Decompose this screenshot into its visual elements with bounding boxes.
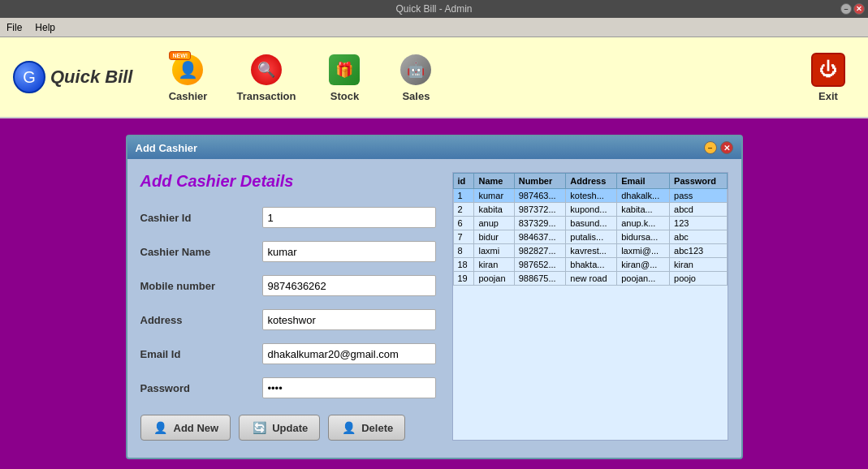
menu-help[interactable]: Help (35, 22, 55, 33)
dialog-title: Add Cashier (136, 142, 198, 154)
title-bar: Quick Bill - Admin – ✕ (0, 0, 868, 18)
cell-name: poojan (474, 272, 514, 286)
dialog-controls: – ✕ (704, 141, 733, 154)
exit-label: Exit (818, 90, 838, 102)
nav-sales-button[interactable]: 🤖 Sales (383, 49, 448, 105)
password-label: Password (140, 382, 254, 394)
table-row[interactable]: 19poojan988675...new roadpoojan...poojo (453, 272, 727, 286)
mobile-row: Mobile number (140, 275, 436, 296)
cell-name: kumar (474, 189, 514, 203)
app-logo-icon: G (13, 61, 45, 93)
cell-address: putalis... (566, 230, 617, 244)
cell-password: pass (670, 189, 727, 203)
dialog-title-bar: Add Cashier – ✕ (127, 136, 741, 159)
table-header-row: id Name Number Address Email Password (453, 174, 727, 189)
title-bar-controls: – ✕ (840, 3, 865, 15)
app-logo: G Quick Bill (13, 61, 132, 93)
form-buttons: 👤 Add New 🔄 Update 👤 Delete (140, 415, 436, 441)
cashier-id-input[interactable] (262, 207, 436, 228)
table-row[interactable]: 1kumar987463...kotesh...dhakalk...pass (453, 189, 727, 203)
address-input[interactable] (262, 309, 436, 330)
table-row[interactable]: 7bidur984637...putalis...bidursa...abc (453, 230, 727, 244)
delete-button[interactable]: 👤 Delete (328, 415, 405, 441)
dialog-minimize-button[interactable]: – (704, 141, 717, 154)
table-row[interactable]: 18kiran987652...bhakta...kiran@...kiran (453, 258, 727, 272)
exit-button[interactable]: ⏻ Exit (801, 49, 855, 105)
cell-address: kupond... (566, 203, 617, 217)
form-panel: Add Cashier Details Cashier Id Cashier N… (140, 172, 452, 441)
cell-address: kavrest... (566, 244, 617, 258)
cell-name: anup (474, 217, 514, 230)
cell-id: 6 (453, 217, 474, 230)
cashier-name-label: Cashier Name (140, 246, 254, 258)
address-label: Address (140, 314, 254, 326)
cell-id: 8 (453, 244, 474, 258)
sales-label: Sales (402, 90, 430, 102)
cell-password: 123 (670, 217, 727, 230)
cell-id: 7 (453, 230, 474, 244)
cell-email: bidursa... (617, 230, 670, 244)
email-input[interactable] (262, 343, 436, 364)
cashier-table-panel: id Name Number Address Email Password 1k… (452, 172, 728, 441)
dialog-close-button[interactable]: ✕ (720, 141, 733, 154)
cell-address: bhakta... (566, 258, 617, 272)
col-address: Address (566, 174, 617, 189)
cell-address: basund... (566, 217, 617, 230)
cell-name: kiran (474, 258, 514, 272)
nav-cashier-button[interactable]: NEW! 👤 Cashier (155, 49, 220, 105)
col-number: Number (514, 174, 566, 189)
table-row[interactable]: 6anup837329...basund...anup.k...123 (453, 217, 727, 230)
cashier-icon: NEW! 👤 (171, 53, 205, 87)
col-name: Name (474, 174, 514, 189)
stock-icon: 🎁 (327, 53, 361, 87)
nav-transaction-button[interactable]: 🔍 Transaction (227, 49, 305, 105)
transaction-icon: 🔍 (249, 53, 283, 87)
add-new-label: Add New (174, 422, 219, 434)
add-new-icon: 👤 (153, 420, 169, 436)
cell-password: abc123 (670, 244, 727, 258)
col-email: Email (617, 174, 670, 189)
close-button[interactable]: ✕ (853, 3, 865, 15)
transaction-icon-img: 🔍 (251, 54, 282, 85)
cell-email: kabita... (617, 203, 670, 217)
sales-icon: 🤖 (399, 53, 433, 87)
main-area: Add Cashier – ✕ Add Cashier Details Cash… (0, 118, 868, 469)
add-new-button[interactable]: 👤 Add New (140, 415, 231, 441)
nav-stock-button[interactable]: 🎁 Stock (312, 49, 377, 105)
transaction-label: Transaction (236, 90, 296, 102)
cell-number: 982827... (514, 244, 566, 258)
minimize-button[interactable]: – (840, 3, 852, 15)
email-row: Email Id (140, 343, 436, 364)
cell-id: 2 (453, 203, 474, 217)
password-input[interactable] (262, 377, 436, 398)
col-password: Password (670, 174, 727, 189)
form-title: Add Cashier Details (140, 172, 436, 191)
cashier-name-input[interactable] (262, 241, 436, 262)
mobile-label: Mobile number (140, 280, 254, 292)
cell-email: laxmi@... (617, 244, 670, 258)
table-row[interactable]: 2kabita987372...kupond...kabita...abcd (453, 203, 727, 217)
table-row[interactable]: 8laxmi982827...kavrest...laxmi@...abc123 (453, 244, 727, 258)
update-icon: 🔄 (251, 420, 267, 436)
cashier-name-row: Cashier Name (140, 241, 436, 262)
cell-password: poojo (670, 272, 727, 286)
title-bar-text: Quick Bill - Admin (395, 3, 472, 15)
cell-id: 19 (453, 272, 474, 286)
cell-name: bidur (474, 230, 514, 244)
cashier-id-label: Cashier Id (140, 212, 254, 224)
mobile-input[interactable] (262, 275, 436, 296)
email-label: Email Id (140, 348, 254, 360)
cell-number: 987652... (514, 258, 566, 272)
menu-file[interactable]: File (6, 22, 22, 33)
update-button[interactable]: 🔄 Update (239, 415, 320, 441)
address-row: Address (140, 309, 436, 330)
cell-email: kiran@... (617, 258, 670, 272)
exit-icon: ⏻ (811, 53, 845, 87)
cell-number: 987463... (514, 189, 566, 203)
cashier-table: id Name Number Address Email Password 1k… (453, 173, 728, 286)
cell-email: dhakalk... (617, 189, 670, 203)
cell-address: kotesh... (566, 189, 617, 203)
add-cashier-dialog: Add Cashier – ✕ Add Cashier Details Cash… (126, 135, 743, 459)
delete-label: Delete (361, 422, 393, 434)
col-id: id (453, 174, 474, 189)
